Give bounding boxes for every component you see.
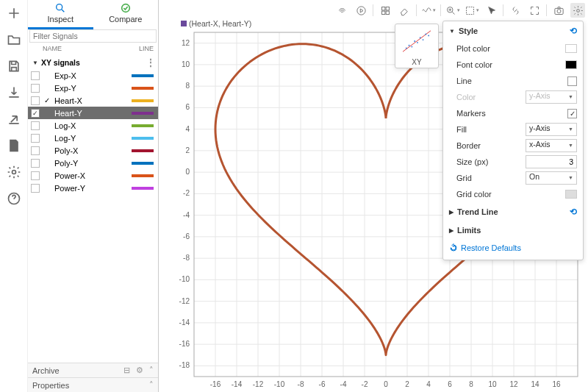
signal-name: Poly-X bbox=[54, 146, 132, 155]
add-icon[interactable] bbox=[0, 0, 28, 26]
svg-text:-12: -12 bbox=[179, 297, 190, 305]
fit-icon[interactable] bbox=[465, 3, 479, 18]
size-input[interactable] bbox=[526, 155, 577, 168]
svg-rect-5 bbox=[381, 7, 384, 10]
signal-row[interactable]: Poly-Y bbox=[28, 157, 158, 169]
viz-thumbnail[interactable]: XY bbox=[395, 24, 439, 68]
svg-text:16: 16 bbox=[552, 380, 561, 388]
color-label: Color bbox=[456, 93, 521, 101]
zoom-icon[interactable] bbox=[445, 3, 460, 18]
svg-text:-10: -10 bbox=[274, 380, 285, 388]
plot-legend: (Heart-X, Heart-Y) bbox=[181, 19, 251, 28]
plot-color-label: Plot color bbox=[456, 44, 561, 53]
more-icon[interactable]: ⋮ bbox=[146, 57, 155, 68]
signal-group-label: XY signals bbox=[41, 58, 80, 67]
svg-text:-14: -14 bbox=[232, 380, 243, 388]
expand-icon[interactable] bbox=[527, 3, 542, 18]
signal-row[interactable]: Exp-X bbox=[28, 69, 158, 82]
export-icon[interactable] bbox=[0, 106, 28, 132]
download-icon[interactable] bbox=[0, 79, 28, 106]
tab-compare[interactable]: Compare bbox=[93, 0, 159, 29]
grid-icon[interactable] bbox=[378, 3, 392, 18]
settings-icon[interactable] bbox=[0, 159, 28, 185]
tab-inspect[interactable]: Inspect bbox=[28, 0, 93, 29]
signal-name: Heart-Y bbox=[54, 109, 132, 118]
svg-text:-16: -16 bbox=[210, 380, 221, 388]
svg-rect-7 bbox=[381, 11, 384, 14]
svg-rect-8 bbox=[386, 11, 389, 14]
size-label: Size (px) bbox=[456, 157, 521, 166]
limits-section-header[interactable]: Limits bbox=[443, 221, 583, 239]
signal-checkbox[interactable] bbox=[31, 121, 40, 130]
fill-label: Fill bbox=[456, 125, 521, 134]
signal-checkbox[interactable] bbox=[31, 96, 40, 105]
style-section-header[interactable]: Style ⟲ bbox=[443, 21, 583, 40]
trend-section-header[interactable]: Trend Line⟲ bbox=[443, 202, 583, 221]
trend-reset-icon[interactable]: ⟲ bbox=[570, 207, 577, 217]
signal-checkbox[interactable] bbox=[31, 134, 40, 143]
signals-panel: Inspect Compare NAME LINE XY signals ⋮ E… bbox=[28, 0, 159, 392]
save-icon[interactable] bbox=[0, 53, 28, 79]
line-checkbox[interactable] bbox=[567, 76, 577, 86]
svg-point-90 bbox=[428, 35, 429, 36]
tab-compare-label: Compare bbox=[109, 15, 142, 24]
grid-select[interactable]: On bbox=[526, 171, 577, 185]
grid-color-swatch[interactable] bbox=[565, 190, 577, 199]
plot-settings-icon[interactable] bbox=[570, 3, 585, 18]
signal-row[interactable]: ✓Heart-Y bbox=[28, 107, 158, 119]
fill-select[interactable]: y-Axis bbox=[526, 123, 577, 136]
signal-checkbox[interactable] bbox=[31, 159, 40, 168]
signal-group-header[interactable]: XY signals ⋮ bbox=[28, 56, 158, 69]
signal-row[interactable]: Exp-Y bbox=[28, 82, 158, 94]
signal-checkbox[interactable] bbox=[31, 146, 40, 155]
document-icon[interactable] bbox=[0, 132, 28, 159]
archive-pin-icon[interactable]: ⊟ bbox=[123, 366, 130, 375]
archive-label: Archive bbox=[32, 366, 60, 375]
plot-color-swatch[interactable] bbox=[565, 44, 577, 53]
link-icon[interactable] bbox=[508, 3, 523, 18]
help-icon[interactable] bbox=[0, 185, 28, 212]
svg-text:-2: -2 bbox=[362, 380, 368, 388]
archive-gear-icon[interactable]: ⚙ bbox=[136, 366, 143, 375]
signal-row[interactable]: ✓Heart-X bbox=[28, 94, 158, 107]
svg-point-89 bbox=[425, 34, 426, 35]
svg-rect-10 bbox=[467, 7, 474, 14]
svg-text:0: 0 bbox=[185, 168, 190, 176]
signal-checkbox[interactable] bbox=[31, 171, 40, 180]
signal-checkbox[interactable] bbox=[31, 71, 40, 80]
eraser-icon[interactable] bbox=[397, 3, 412, 18]
font-color-swatch[interactable] bbox=[565, 60, 577, 69]
style-reset-icon[interactable]: ⟲ bbox=[570, 26, 577, 36]
camera-icon[interactable] bbox=[551, 3, 566, 18]
tool-rail bbox=[0, 0, 28, 392]
pointer-icon[interactable] bbox=[484, 3, 498, 18]
svg-text:4: 4 bbox=[426, 380, 431, 388]
grid-label: Grid bbox=[456, 174, 521, 182]
waveform-icon[interactable] bbox=[421, 3, 436, 18]
properties-expand-icon[interactable]: ˄ bbox=[149, 380, 154, 390]
properties-section[interactable]: Properties ˄ bbox=[28, 377, 158, 392]
folder-icon[interactable] bbox=[0, 26, 28, 53]
signal-checkbox[interactable]: ✓ bbox=[31, 109, 40, 118]
plot-area: (Heart-X, Heart-Y) -16-14-12-10-8-6-4-20… bbox=[159, 0, 588, 392]
restore-defaults-button[interactable]: Restore Defaults bbox=[443, 239, 583, 257]
filter-signals-input[interactable] bbox=[29, 29, 157, 43]
archive-expand-icon[interactable]: ˄ bbox=[149, 366, 154, 375]
signal-name: Poly-Y bbox=[54, 159, 132, 168]
signal-row[interactable]: Poly-X bbox=[28, 144, 158, 157]
signal-row[interactable]: Power-Y bbox=[28, 182, 158, 194]
svg-text:-4: -4 bbox=[340, 380, 347, 388]
viz-thumbnail-label: XY bbox=[398, 58, 435, 66]
archive-section[interactable]: Archive ⊟⚙˄ bbox=[28, 363, 158, 377]
signal-row[interactable]: Log-X bbox=[28, 119, 158, 132]
signal-checkbox[interactable] bbox=[31, 184, 40, 193]
signal-row[interactable]: Power-X bbox=[28, 169, 158, 182]
markers-checkbox[interactable]: ✓ bbox=[567, 109, 577, 118]
signal-checkbox[interactable] bbox=[31, 84, 40, 93]
play-icon[interactable] bbox=[354, 3, 368, 18]
fingerprint-icon[interactable] bbox=[334, 3, 349, 18]
border-select[interactable]: x-Axis bbox=[526, 139, 577, 152]
svg-text:-16: -16 bbox=[179, 340, 190, 348]
svg-point-4 bbox=[356, 6, 365, 14]
signal-row[interactable]: Log-Y bbox=[28, 132, 158, 144]
